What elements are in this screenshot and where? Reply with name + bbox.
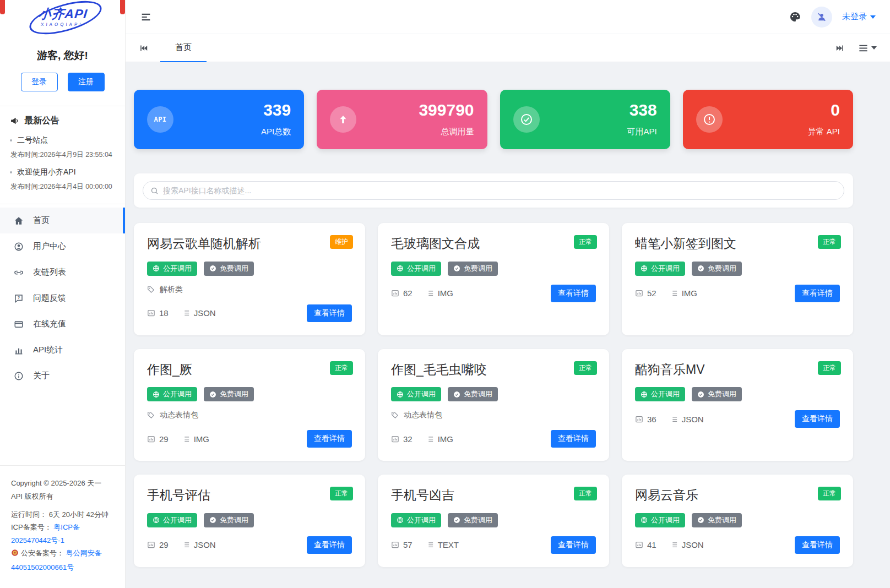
- api-card: 正常 酷狗音乐MV 公开调用: [622, 349, 853, 461]
- stat-label: API总数: [147, 127, 291, 137]
- status-badge: 正常: [574, 235, 597, 249]
- return-format: JSON: [182, 540, 216, 549]
- status-badge: 正常: [818, 235, 841, 249]
- api-card: 正常 毛玻璃图文合成 公开调用: [378, 223, 609, 335]
- login-status[interactable]: 未登录: [842, 12, 876, 22]
- info-icon: [14, 371, 24, 381]
- app: 小齐API XIAOQIAPI 游客, 您好! 登录 注册 最新公告 二号站点 …: [0, 0, 890, 588]
- stat-label: 总调用量: [330, 127, 474, 137]
- calls-icon: [391, 541, 399, 549]
- scroll-tabs-right-button[interactable]: [835, 43, 845, 53]
- check-circle-icon: [453, 265, 460, 272]
- api-card-title: 毛玻璃图文合成: [391, 236, 569, 252]
- free-call-badge: 免费调用: [204, 262, 254, 276]
- check-circle-icon: [453, 516, 460, 524]
- globe-icon: [397, 516, 404, 524]
- announcement-title[interactable]: 欢迎使用小齐API: [10, 167, 115, 177]
- api-card-grid: 维护 网易云歌单随机解析 公开调用: [134, 223, 853, 567]
- announcement-time: 发布时间:2026年4月4日 00:00:00: [10, 182, 115, 192]
- status-badge: 正常: [574, 361, 597, 375]
- view-details-button[interactable]: 查看详情: [795, 285, 840, 302]
- announcement-item: 二号站点 发布时间:2026年4月9日 23:55:04: [10, 135, 115, 160]
- tab-home[interactable]: 首页: [160, 34, 207, 62]
- api-card-title: 酷狗音乐MV: [635, 362, 813, 378]
- sidebar-nav-item[interactable]: 在线充值: [0, 311, 125, 337]
- sidebar-nav-item[interactable]: 关于: [0, 363, 125, 389]
- api-card: 正常 作图_毛毛虫嘴咬 公开调用: [378, 349, 609, 461]
- return-format: TEXT: [426, 540, 459, 549]
- globe-icon: [641, 516, 648, 524]
- list-icon: [670, 289, 678, 297]
- view-details-button[interactable]: 查看详情: [307, 304, 352, 322]
- view-details-button[interactable]: 查看详情: [795, 410, 840, 428]
- scroll-tabs-left-button[interactable]: [139, 43, 148, 53]
- avatar[interactable]: [811, 7, 832, 28]
- sidebar-nav-item[interactable]: 用户中心: [0, 233, 125, 259]
- search-input[interactable]: [162, 186, 837, 195]
- tag-icon: [147, 286, 155, 293]
- calls-icon: [635, 541, 643, 549]
- stat-card: API 339 API总数: [134, 90, 304, 149]
- user-slash-icon: [816, 12, 827, 23]
- list-icon: [426, 541, 434, 549]
- globe-icon: [153, 265, 160, 272]
- view-details-button[interactable]: 查看详情: [307, 536, 352, 554]
- nav-item-label: 问题反馈: [33, 293, 66, 303]
- public-call-badge: 公开调用: [391, 262, 441, 276]
- user-icon: [14, 242, 24, 252]
- sidebar-nav-item[interactable]: API统计: [0, 337, 125, 363]
- logo[interactable]: 小齐API XIAOQIAPI: [0, 0, 125, 34]
- uptime-label: 运行时间：: [11, 510, 47, 519]
- status-badge: 正常: [330, 361, 353, 375]
- announcement-title[interactable]: 二号站点: [10, 135, 115, 145]
- svg-text:?: ?: [18, 295, 20, 300]
- api-card: 正常 蜡笔小新签到图文 公开调用: [622, 223, 853, 335]
- check-circle-icon: [697, 391, 704, 398]
- view-details-button[interactable]: 查看详情: [307, 430, 352, 448]
- announcements-title: 最新公告: [24, 115, 59, 127]
- status-badge: 维护: [330, 235, 353, 249]
- list-icon: [426, 289, 434, 297]
- theme-button[interactable]: [789, 10, 801, 23]
- sidebar-nav-item[interactable]: 首页: [0, 208, 125, 233]
- calls-icon: [391, 289, 399, 297]
- free-call-badge: 免费调用: [692, 387, 742, 401]
- api-card-title: 蜡笔小新签到图文: [635, 236, 813, 252]
- free-call-badge: 免费调用: [448, 387, 498, 401]
- login-button[interactable]: 登录: [21, 73, 58, 91]
- call-count: 62: [391, 288, 413, 298]
- search-box: [143, 181, 844, 200]
- view-details-button[interactable]: 查看详情: [551, 430, 596, 448]
- view-details-button[interactable]: 查看详情: [795, 536, 840, 554]
- announcements-panel: 最新公告 二号站点 发布时间:2026年4月9日 23:55:04 欢迎使用小齐…: [0, 106, 125, 204]
- tab-options-button[interactable]: [858, 43, 877, 53]
- view-details-button[interactable]: 查看详情: [551, 536, 596, 554]
- api-card: 正常 网易云音乐 公开调用: [622, 475, 853, 567]
- globe-icon: [397, 391, 404, 398]
- view-details-button[interactable]: 查看详情: [551, 285, 596, 302]
- nav-item-label: 用户中心: [33, 241, 66, 252]
- call-count: 18: [147, 308, 169, 318]
- list-icon: [670, 415, 678, 423]
- list-icon: [182, 435, 190, 443]
- sidebar-nav-item[interactable]: 友链列表: [0, 259, 125, 285]
- free-call-badge: 免费调用: [204, 387, 254, 401]
- public-call-badge: 公开调用: [147, 262, 197, 276]
- api-card-title: 网易云音乐: [635, 488, 813, 503]
- register-button[interactable]: 注册: [68, 73, 105, 91]
- calls-icon: [391, 435, 399, 443]
- collapse-sidebar-button[interactable]: [140, 11, 152, 23]
- stat-label: 可用API: [513, 127, 657, 137]
- api-card-title: 手机号凶吉: [391, 488, 569, 503]
- calls-icon: [147, 435, 155, 443]
- tab-bar: 首页: [126, 34, 890, 62]
- stat-label: 异常 API: [696, 127, 840, 137]
- police-badge-icon: [11, 548, 19, 560]
- globe-icon: [397, 265, 404, 272]
- check-circle-icon: [209, 391, 216, 398]
- api-card-title: 手机号评估: [147, 488, 325, 503]
- sidebar-nav: 首页 用户中心 友链列表 ? 问题反馈 在线充值 API统计: [0, 204, 125, 392]
- sidebar-nav-item[interactable]: ? 问题反馈: [0, 285, 125, 311]
- check-circle-icon: [697, 265, 704, 272]
- calls-icon: [635, 289, 643, 297]
